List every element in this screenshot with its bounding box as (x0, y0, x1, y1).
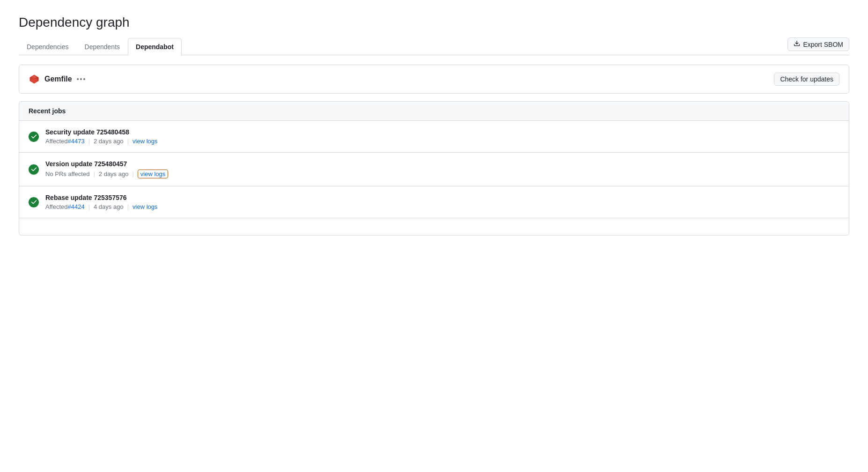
affected-link-3[interactable]: #4424 (67, 203, 84, 210)
gemfile-title: Gemfile (44, 75, 72, 83)
job-details-3: Rebase update 725357576 Affected #4424 |… (45, 194, 157, 210)
table-row: Rebase update 725357576 Affected #4424 |… (19, 186, 849, 218)
gemfile-left: Gemfile ••• (29, 74, 86, 85)
job-time-3: 4 days ago (94, 203, 124, 210)
view-logs-link-3[interactable]: view logs (132, 203, 157, 210)
success-icon-job3 (29, 197, 39, 207)
separator-2a: | (93, 170, 95, 177)
job-meta-1: Affected #4473 | 2 days ago | view logs (45, 138, 157, 145)
tab-dependents[interactable]: Dependents (77, 38, 128, 55)
separator-2b: | (132, 170, 133, 177)
table-row: Version update 725480457 No PRs affected… (19, 153, 849, 186)
affected-prefix-1: Affected (45, 138, 67, 145)
affected-link-1[interactable]: #4473 (67, 138, 84, 145)
job-title-1: Security update 725480458 (45, 128, 157, 136)
export-sbom-label: Export SBOM (803, 41, 843, 48)
check-for-updates-button[interactable]: Check for updates (774, 73, 839, 86)
job-title-3: Rebase update 725357576 (45, 194, 157, 201)
job-details-1: Security update 725480458 Affected #4473… (45, 128, 157, 145)
view-logs-link-2-highlighted[interactable]: view logs (138, 170, 168, 178)
recent-jobs-header: Recent jobs (19, 102, 849, 121)
tab-dependencies[interactable]: Dependencies (19, 38, 77, 55)
tabs-bar: Dependencies Dependents Dependabot Expor… (19, 37, 849, 55)
affected-prefix-3: Affected (45, 203, 67, 210)
gemfile-dots: ••• (77, 75, 87, 83)
ruby-gem-icon (29, 74, 40, 85)
tabs-right: Export SBOM (787, 37, 849, 55)
job-title-2: Version update 725480457 (45, 160, 168, 168)
separator-1b: | (127, 138, 129, 145)
job-time-2: 2 days ago (99, 170, 129, 177)
page-title: Dependency graph (19, 15, 849, 30)
recent-jobs-section: Recent jobs Security update 725480458 Af… (19, 101, 849, 236)
job-meta-2: No PRs affected | 2 days ago | view logs (45, 170, 168, 178)
download-icon (794, 40, 800, 48)
job-time-1: 2 days ago (94, 138, 124, 145)
separator-1a: | (88, 138, 90, 145)
job-details-2: Version update 725480457 No PRs affected… (45, 160, 168, 178)
empty-row (19, 218, 849, 235)
gemfile-card: Gemfile ••• Check for updates (19, 65, 849, 94)
view-logs-link-1[interactable]: view logs (132, 138, 157, 145)
success-icon-job1 (29, 132, 39, 142)
separator-3b: | (127, 203, 129, 210)
tabs-left: Dependencies Dependents Dependabot (19, 37, 787, 55)
affected-prefix-2: No PRs affected (45, 170, 89, 177)
export-sbom-button[interactable]: Export SBOM (787, 37, 849, 51)
table-row: Security update 725480458 Affected #4473… (19, 121, 849, 153)
job-meta-3: Affected #4424 | 4 days ago | view logs (45, 203, 157, 210)
tab-dependabot[interactable]: Dependabot (128, 38, 182, 55)
separator-3a: | (88, 203, 90, 210)
success-icon-job2 (29, 164, 39, 175)
